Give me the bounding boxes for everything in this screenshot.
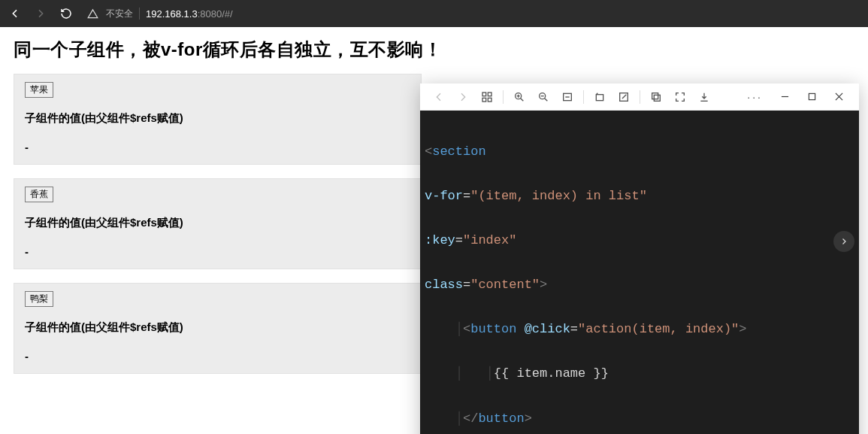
- maximize-button[interactable]: [799, 86, 824, 108]
- list-item: 苹果 子组件的值(由父组件$refs赋值) -: [14, 74, 422, 165]
- browser-toolbar: 不安全 192.168.1.3:8080/#/: [0, 0, 868, 27]
- reload-button[interactable]: [59, 6, 74, 21]
- back-button[interactable]: [8, 6, 23, 21]
- zoom-out-button[interactable]: [532, 86, 555, 108]
- svg-rect-12: [809, 93, 815, 99]
- svg-rect-4: [488, 98, 491, 102]
- sub-value: -: [25, 141, 410, 153]
- viewer-forward-button[interactable]: [452, 86, 474, 108]
- list-item: 鸭梨 子组件的值(由父组件$refs赋值) -: [14, 283, 422, 374]
- svg-rect-8: [596, 94, 603, 100]
- toolbar-separator: [503, 90, 504, 104]
- edit-button[interactable]: [612, 86, 635, 108]
- toolbar-separator: [640, 90, 640, 104]
- fit-width-button[interactable]: [556, 86, 579, 108]
- insecure-label: 不安全: [106, 8, 133, 20]
- rotate-button[interactable]: [588, 86, 611, 108]
- sub-value: -: [25, 350, 410, 363]
- item-button[interactable]: 鸭梨: [25, 291, 53, 307]
- svg-point-0: [92, 16, 93, 17]
- svg-rect-10: [654, 95, 660, 101]
- viewer-back-button[interactable]: [428, 86, 450, 108]
- code-content: <section v-for="(item, index) in list" :…: [420, 111, 859, 434]
- item-button[interactable]: 香蕉: [25, 187, 53, 202]
- svg-rect-3: [482, 98, 486, 102]
- sub-value: -: [25, 245, 410, 258]
- viewer-toolbar: ···: [420, 83, 859, 111]
- sub-title: 子组件的值(由父组件$refs赋值): [25, 320, 410, 335]
- image-viewer-window: ··· <section v-for="(item, index) in lis…: [420, 83, 859, 434]
- item-button[interactable]: 苹果: [25, 82, 53, 98]
- copy-button[interactable]: [645, 86, 667, 108]
- svg-rect-2: [488, 93, 491, 96]
- address-bar[interactable]: 不安全 192.168.1.3:8080/#/: [87, 8, 233, 20]
- svg-rect-11: [652, 93, 658, 99]
- gallery-button[interactable]: [476, 86, 498, 108]
- download-button[interactable]: [693, 86, 715, 108]
- toolbar-separator: [583, 90, 584, 104]
- next-image-button[interactable]: [833, 231, 854, 252]
- sub-title: 子组件的值(由父组件$refs赋值): [25, 216, 410, 230]
- close-button[interactable]: [826, 86, 851, 108]
- url-separator: [139, 8, 140, 20]
- fullscreen-button[interactable]: [669, 86, 691, 108]
- svg-rect-1: [482, 93, 486, 96]
- list-item: 香蕉 子组件的值(由父组件$refs赋值) -: [14, 178, 422, 269]
- sub-title: 子组件的值(由父组件$refs赋值): [25, 111, 410, 126]
- url-text: 192.168.1.3:8080/#/: [146, 8, 233, 20]
- zoom-in-button[interactable]: [508, 86, 531, 108]
- more-button[interactable]: ···: [739, 91, 770, 103]
- page-title: 同一个子组件，被v-for循环后各自独立，互不影响！: [14, 38, 854, 62]
- insecure-warning-icon: [87, 8, 98, 20]
- minimize-button[interactable]: [772, 86, 797, 108]
- forward-button[interactable]: [33, 6, 48, 21]
